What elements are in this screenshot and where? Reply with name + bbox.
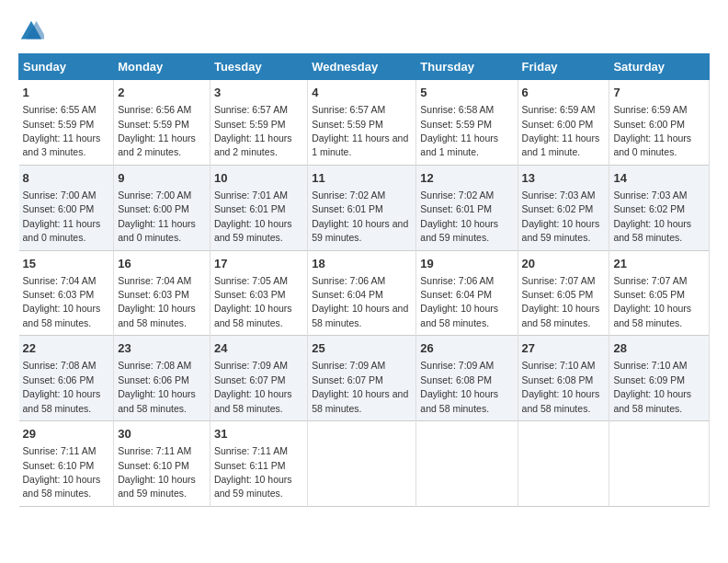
sunrise-info: Sunrise: 7:07 AM <box>522 275 596 286</box>
sunset-info: Sunset: 6:06 PM <box>23 374 95 385</box>
calendar-week-5: 29 Sunrise: 7:11 AM Sunset: 6:10 PM Dayl… <box>19 421 710 507</box>
sunrise-info: Sunrise: 7:11 AM <box>23 445 97 456</box>
day-number: 10 <box>214 170 303 187</box>
daylight-info: Daylight: 10 hours and 58 minutes. <box>420 388 498 413</box>
daylight-info: Daylight: 10 hours and 58 minutes. <box>23 303 101 327</box>
sunset-info: Sunset: 6:05 PM <box>522 289 594 300</box>
calendar-cell: 7 Sunrise: 6:59 AM Sunset: 6:00 PM Dayli… <box>609 80 710 166</box>
calendar-cell: 15 Sunrise: 7:04 AM Sunset: 6:03 PM Dayl… <box>19 250 114 336</box>
sunset-info: Sunset: 6:08 PM <box>522 374 594 385</box>
calendar-cell: 5 Sunrise: 6:58 AM Sunset: 5:59 PM Dayli… <box>416 80 518 166</box>
daylight-info: Daylight: 11 hours and 1 minute. <box>312 132 408 157</box>
daylight-info: Daylight: 10 hours and 58 minutes. <box>23 474 101 499</box>
sunrise-info: Sunrise: 7:07 AM <box>613 275 687 286</box>
daylight-info: Daylight: 10 hours and 58 minutes. <box>312 388 408 413</box>
day-number: 1 <box>23 85 110 101</box>
day-number: 16 <box>118 256 206 272</box>
sunrise-info: Sunrise: 7:04 AM <box>23 275 97 286</box>
calendar-week-3: 15 Sunrise: 7:04 AM Sunset: 6:03 PM Dayl… <box>19 250 710 336</box>
calendar-cell: 24 Sunrise: 7:09 AM Sunset: 6:07 PM Dayl… <box>210 336 307 421</box>
sunset-info: Sunset: 6:00 PM <box>23 203 95 214</box>
calendar-week-2: 8 Sunrise: 7:00 AM Sunset: 6:00 PM Dayli… <box>19 165 710 250</box>
sunrise-info: Sunrise: 7:02 AM <box>420 190 494 201</box>
daylight-info: Daylight: 11 hours and 0 minutes. <box>23 218 101 243</box>
day-number: 19 <box>420 256 513 272</box>
sunset-info: Sunset: 6:07 PM <box>214 374 286 385</box>
sunset-info: Sunset: 6:01 PM <box>214 203 286 214</box>
sunrise-info: Sunrise: 7:11 AM <box>214 445 288 456</box>
day-number: 23 <box>118 340 206 357</box>
daylight-info: Daylight: 10 hours and 58 minutes. <box>118 388 196 413</box>
sunrise-info: Sunrise: 7:04 AM <box>118 275 191 286</box>
header-monday: Monday <box>114 54 210 80</box>
sunset-info: Sunset: 6:06 PM <box>118 374 189 385</box>
sunset-info: Sunset: 6:02 PM <box>613 203 685 214</box>
daylight-info: Daylight: 11 hours and 0 minutes. <box>613 132 691 157</box>
sunrise-info: Sunrise: 7:10 AM <box>522 360 596 371</box>
daylight-info: Daylight: 10 hours and 58 minutes. <box>420 303 498 327</box>
sunrise-info: Sunrise: 7:06 AM <box>312 275 385 286</box>
calendar-cell: 2 Sunrise: 6:56 AM Sunset: 5:59 PM Dayli… <box>114 80 210 166</box>
sunrise-info: Sunrise: 7:09 AM <box>312 360 385 371</box>
calendar-cell: 27 Sunrise: 7:10 AM Sunset: 6:08 PM Dayl… <box>518 336 609 421</box>
day-number: 4 <box>312 85 412 101</box>
daylight-info: Daylight: 10 hours and 58 minutes. <box>23 388 101 413</box>
calendar-cell: 21 Sunrise: 7:07 AM Sunset: 6:05 PM Dayl… <box>609 250 710 336</box>
calendar-cell: 25 Sunrise: 7:09 AM Sunset: 6:07 PM Dayl… <box>308 336 416 421</box>
calendar-cell: 16 Sunrise: 7:04 AM Sunset: 6:03 PM Dayl… <box>114 250 210 336</box>
daylight-info: Daylight: 10 hours and 59 minutes. <box>214 218 292 243</box>
calendar-cell: 11 Sunrise: 7:02 AM Sunset: 6:01 PM Dayl… <box>308 165 416 250</box>
calendar-header-row: SundayMondayTuesdayWednesdayThursdayFrid… <box>19 54 710 80</box>
day-number: 13 <box>522 170 606 187</box>
sunset-info: Sunset: 5:59 PM <box>420 119 492 130</box>
daylight-info: Daylight: 11 hours and 0 minutes. <box>118 218 196 243</box>
sunrise-info: Sunrise: 7:08 AM <box>118 360 191 371</box>
sunrise-info: Sunrise: 7:05 AM <box>214 275 288 286</box>
sunset-info: Sunset: 5:59 PM <box>214 119 286 130</box>
calendar-cell: 9 Sunrise: 7:00 AM Sunset: 6:00 PM Dayli… <box>114 165 210 250</box>
sunrise-info: Sunrise: 6:55 AM <box>23 104 97 115</box>
daylight-info: Daylight: 10 hours and 59 minutes. <box>118 474 196 499</box>
sunset-info: Sunset: 5:59 PM <box>312 119 383 130</box>
calendar-cell: 18 Sunrise: 7:06 AM Sunset: 6:04 PM Dayl… <box>308 250 416 336</box>
calendar-cell: 10 Sunrise: 7:01 AM Sunset: 6:01 PM Dayl… <box>210 165 307 250</box>
daylight-info: Daylight: 10 hours and 58 minutes. <box>522 303 600 327</box>
day-number: 3 <box>214 85 303 101</box>
calendar-cell: 30 Sunrise: 7:11 AM Sunset: 6:10 PM Dayl… <box>114 421 210 507</box>
daylight-info: Daylight: 10 hours and 58 minutes. <box>613 303 691 327</box>
daylight-info: Daylight: 10 hours and 59 minutes. <box>420 218 498 243</box>
day-number: 26 <box>420 340 513 357</box>
sunrise-info: Sunrise: 6:58 AM <box>420 104 494 115</box>
calendar-cell: 3 Sunrise: 6:57 AM Sunset: 5:59 PM Dayli… <box>210 80 307 166</box>
calendar-week-4: 22 Sunrise: 7:08 AM Sunset: 6:06 PM Dayl… <box>19 336 710 421</box>
daylight-info: Daylight: 11 hours and 1 minute. <box>522 132 600 157</box>
sunrise-info: Sunrise: 6:57 AM <box>312 104 385 115</box>
day-number: 18 <box>312 256 412 272</box>
header-tuesday: Tuesday <box>210 54 307 80</box>
calendar-table: SundayMondayTuesdayWednesdayThursdayFrid… <box>18 53 710 507</box>
calendar-cell: 17 Sunrise: 7:05 AM Sunset: 6:03 PM Dayl… <box>210 250 307 336</box>
sunrise-info: Sunrise: 7:00 AM <box>118 190 191 201</box>
sunset-info: Sunset: 6:00 PM <box>118 203 189 214</box>
calendar-cell: 12 Sunrise: 7:02 AM Sunset: 6:01 PM Dayl… <box>416 165 518 250</box>
day-number: 28 <box>613 340 705 357</box>
calendar-cell: 19 Sunrise: 7:06 AM Sunset: 6:04 PM Dayl… <box>416 250 518 336</box>
calendar-cell: 31 Sunrise: 7:11 AM Sunset: 6:11 PM Dayl… <box>210 421 307 507</box>
sunset-info: Sunset: 6:10 PM <box>118 460 189 471</box>
day-number: 17 <box>214 256 303 272</box>
day-number: 15 <box>23 256 110 272</box>
calendar-cell: 4 Sunrise: 6:57 AM Sunset: 5:59 PM Dayli… <box>308 80 416 166</box>
sunset-info: Sunset: 6:02 PM <box>522 203 594 214</box>
daylight-info: Daylight: 10 hours and 59 minutes. <box>522 218 600 243</box>
day-number: 20 <box>522 256 606 272</box>
calendar-cell <box>416 421 518 507</box>
day-number: 25 <box>312 340 412 357</box>
daylight-info: Daylight: 10 hours and 58 minutes. <box>613 218 691 243</box>
calendar-cell: 28 Sunrise: 7:10 AM Sunset: 6:09 PM Dayl… <box>609 336 710 421</box>
daylight-info: Daylight: 10 hours and 58 minutes. <box>522 388 600 413</box>
day-number: 2 <box>118 85 206 101</box>
daylight-info: Daylight: 11 hours and 2 minutes. <box>214 132 292 157</box>
calendar-cell: 6 Sunrise: 6:59 AM Sunset: 6:00 PM Dayli… <box>518 80 609 166</box>
sunset-info: Sunset: 6:03 PM <box>118 289 189 300</box>
calendar-cell: 8 Sunrise: 7:00 AM Sunset: 6:00 PM Dayli… <box>19 165 114 250</box>
